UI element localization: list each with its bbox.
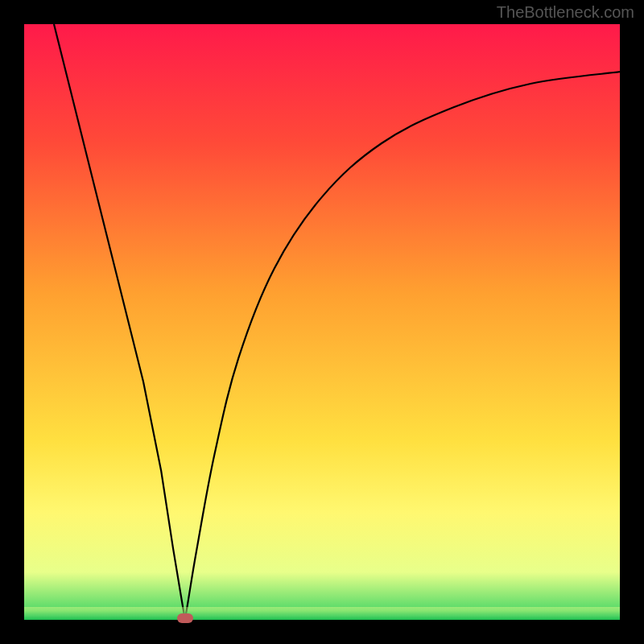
- green-threshold-band: [24, 607, 620, 620]
- minimum-marker: [177, 613, 193, 623]
- chart-svg: [24, 24, 620, 620]
- chart-plot-area: [24, 24, 620, 620]
- watermark-text: TheBottleneck.com: [497, 3, 634, 22]
- chart-background: [24, 24, 620, 620]
